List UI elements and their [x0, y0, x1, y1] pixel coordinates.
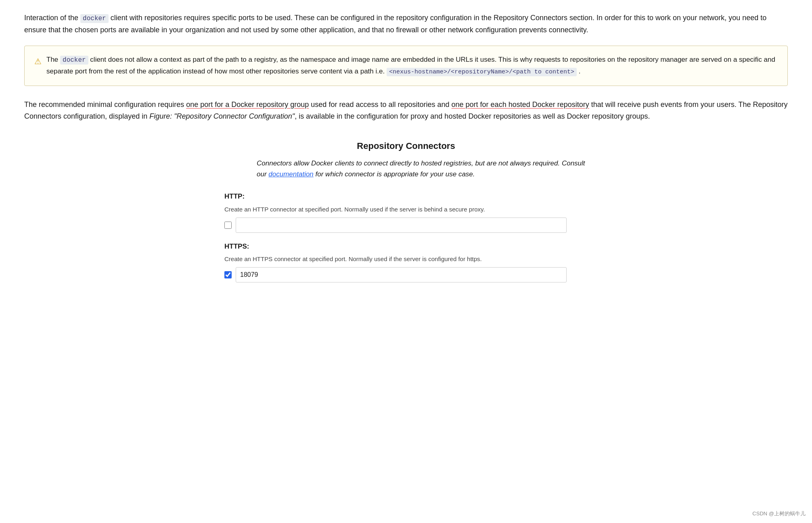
- http-port-input[interactable]: [236, 218, 567, 233]
- https-input-wrapper: [236, 267, 567, 282]
- https-description: Create an HTTPS connector at specified p…: [224, 254, 588, 264]
- connectors-title: Repository Connectors: [224, 139, 588, 153]
- intro-text-after-code: client with repositories requires specif…: [24, 14, 766, 34]
- https-port-input[interactable]: [236, 267, 567, 282]
- https-input-row: [224, 267, 588, 282]
- http-input-row: [224, 218, 588, 233]
- documentation-link[interactable]: documentation: [268, 170, 314, 178]
- warning-icon: ⚠: [34, 55, 42, 68]
- intro-text-before-code: Interaction of the: [24, 14, 80, 22]
- connectors-desc-suffix: for which connector is appropriate for y…: [314, 170, 475, 178]
- http-label: HTTP:: [224, 191, 588, 202]
- figure-reference: Figure: "Repository Connector Configurat…: [149, 112, 295, 120]
- underline-hosted-docker: one port for each hosted Docker reposito…: [452, 100, 589, 109]
- http-field-group: HTTP: Create an HTTP connector at specif…: [224, 191, 588, 232]
- http-description: Create an HTTP connector at specified po…: [224, 205, 588, 214]
- warning-text-suffix: .: [577, 67, 580, 75]
- https-field-group: HTTPS: Create an HTTPS connector at spec…: [224, 241, 588, 282]
- warning-text-prefix: The: [46, 56, 60, 63]
- connectors-description: Connectors allow Docker clients to conne…: [224, 158, 588, 180]
- warning-box: ⚠ The docker client does not allow a con…: [24, 46, 788, 86]
- http-checkbox[interactable]: [224, 222, 232, 229]
- main-text-2: used for read access to all repositories…: [309, 100, 451, 109]
- connectors-section: Repository Connectors Connectors allow D…: [224, 139, 588, 282]
- https-checkbox[interactable]: [224, 271, 232, 278]
- intro-paragraph: Interaction of the docker client with re…: [24, 12, 788, 36]
- underline-docker-group: one port for a Docker repository group: [186, 100, 309, 109]
- main-text-1: The recommended minimal configuration re…: [24, 100, 186, 109]
- http-input-wrapper: [236, 218, 567, 233]
- warning-text-content: The docker client does not allow a conte…: [46, 54, 778, 77]
- main-content-paragraph: The recommended minimal configuration re…: [24, 99, 788, 123]
- docker-code-1: docker: [80, 14, 109, 23]
- main-text-4: , is available in the configuration for …: [295, 112, 650, 120]
- https-label: HTTPS:: [224, 241, 588, 252]
- docker-code-2: docker: [60, 56, 88, 65]
- nexus-code-example: <nexus-hostname>/<repositoryName>/<path …: [387, 68, 577, 76]
